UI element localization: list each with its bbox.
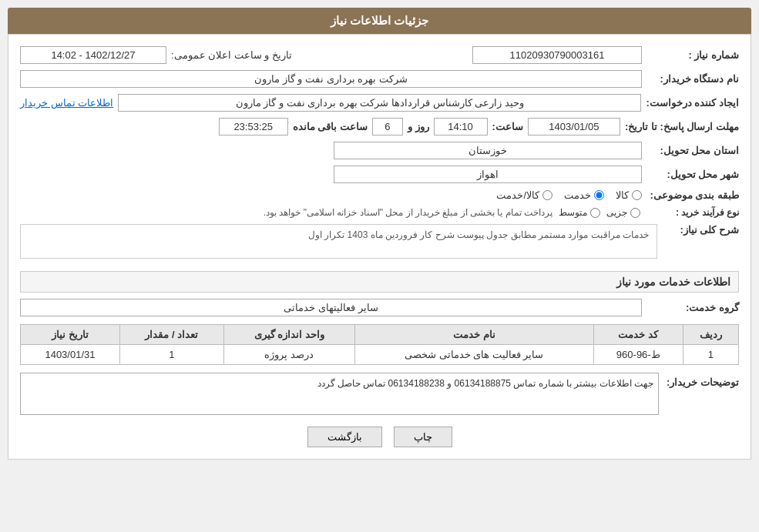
main-content: شماره نیاز : 11020930790003161 تاریخ و س…: [8, 34, 751, 460]
cat-label-kala: کالا: [616, 189, 629, 201]
cat-label-kala-khedmat: کالا/خدمت: [496, 189, 539, 201]
creator-label: ایجاد کننده درخواست:: [646, 97, 739, 109]
table-cell: 1: [683, 345, 738, 365]
back-button[interactable]: بازگشت: [307, 427, 382, 447]
city-label: شهر محل تحویل:: [646, 169, 739, 180]
province-label: استان محل تحویل:: [646, 145, 739, 156]
process-type-row: نوع فرآیند خرید : جزیی متوسط پرداخت تمام…: [20, 207, 739, 218]
radio-kala[interactable]: [632, 190, 642, 200]
deadline-row: مهلت ارسال پاسخ: تا تاریخ: 1403/01/05 سا…: [20, 118, 739, 136]
service-group-value: سایر فعالیتهای خدماتی: [20, 299, 642, 316]
need-desc-row: شرح کلی نیاز: خدمات مراقبت موارد مستمر م…: [20, 224, 739, 263]
table-cell: 1403/01/31: [21, 345, 120, 365]
process-type-label: نوع فرآیند خرید :: [646, 207, 739, 218]
days-label: روز و: [408, 121, 429, 132]
creator-row: ایجاد کننده درخواست: وحید زارعی کارشناس …: [20, 94, 739, 112]
category-options: کالا خدمت کالا/خدمت: [20, 189, 642, 201]
category-label: طبقه بندی موضوعی:: [646, 189, 739, 201]
deadline-time: 14:10: [434, 118, 488, 136]
category-option-khedmat: خدمت: [564, 189, 604, 201]
service-group-row: گروه خدمت: سایر فعالیتهای خدماتی: [20, 299, 739, 316]
process-label-jozi: جزیی: [606, 207, 627, 218]
deadline-date: 1403/01/05: [528, 118, 620, 136]
process-option-motavasset: متوسط: [559, 207, 600, 218]
category-option-kala: کالا: [616, 189, 642, 201]
buyer-name-label: نام دستگاه خریدار:: [646, 73, 739, 85]
deadline-label: مهلت ارسال پاسخ: تا تاریخ:: [625, 121, 739, 132]
remaining-label: ساعت باقی مانده: [293, 121, 368, 132]
radio-khedmat[interactable]: [594, 190, 604, 200]
col-service-code: کد خدمت: [593, 325, 683, 345]
col-service-name: نام خدمت: [354, 325, 593, 345]
need-desc-value: خدمات مراقبت موارد مستمر مطابق جدول پیوس…: [20, 224, 657, 259]
process-notice: پرداخت تمام یا بخشی از مبلغ خریدار از مح…: [264, 207, 552, 218]
province-value: خوزستان: [334, 142, 642, 159]
services-info-title: اطلاعات خدمات مورد نیاز: [20, 271, 739, 293]
cat-label-khedmat: خدمت: [564, 189, 591, 201]
need-number-label: شماره نیاز :: [646, 49, 739, 61]
page-title: جزئیات اطلاعات نیاز: [8, 8, 751, 34]
province-row: استان محل تحویل: خوزستان: [20, 142, 739, 159]
buyer-name-row: نام دستگاه خریدار: شرکت بهره برداری نفت …: [20, 70, 739, 88]
category-option-kala-khedmat: کالا/خدمت: [496, 189, 552, 201]
need-desc-label: شرح کلی نیاز:: [662, 224, 739, 236]
contact-link[interactable]: اطلاعات تماس خریدار: [20, 97, 113, 109]
col-unit: واحد اندازه گیری: [223, 325, 354, 345]
creator-value: وحید زارعی کارشناس قراردادها شرکت بهره ب…: [118, 94, 641, 112]
city-value: اهواز: [334, 166, 642, 183]
print-button[interactable]: چاپ: [394, 427, 452, 447]
table-row: 1ط-96-960سایر فعالیت های خدماتی شخصیدرصد…: [21, 345, 739, 365]
radio-motavasset[interactable]: [590, 208, 600, 218]
announce-date-value: 1402/12/27 - 14:02: [20, 46, 166, 64]
category-row: طبقه بندی موضوعی: کالا خدمت کالا/خدمت: [20, 189, 739, 201]
need-number-row: شماره نیاز : 11020930790003161 تاریخ و س…: [20, 46, 739, 64]
table-cell: درصد پروژه: [223, 345, 354, 365]
process-option-jozi: جزیی: [606, 207, 640, 218]
buyer-name-value: شرکت بهره برداری نفت و گاز مارون: [20, 70, 642, 88]
radio-kala-khedmat[interactable]: [542, 190, 552, 200]
buyer-notes-textarea[interactable]: [20, 373, 659, 415]
remaining-value: 23:53:25: [219, 118, 288, 136]
need-number-value: 11020930790003161: [472, 46, 642, 64]
process-label-motavasset: متوسط: [559, 207, 587, 218]
button-row: چاپ بازگشت: [20, 427, 739, 447]
page-container: جزئیات اطلاعات نیاز شماره نیاز : 1102093…: [0, 0, 759, 532]
days-value: 6: [372, 118, 403, 136]
services-table: ردیف کد خدمت نام خدمت واحد اندازه گیری ت…: [20, 324, 739, 365]
radio-jozi[interactable]: [630, 208, 640, 218]
city-row: شهر محل تحویل: اهواز: [20, 166, 739, 183]
col-need-date: تاریخ نیاز: [21, 325, 120, 345]
table-cell: 1: [119, 345, 223, 365]
buyer-notes-section: توضیحات خریدار:: [20, 373, 739, 415]
services-table-section: ردیف کد خدمت نام خدمت واحد اندازه گیری ت…: [20, 324, 739, 365]
col-row-num: ردیف: [683, 325, 738, 345]
announce-date-label: تاریخ و ساعت اعلان عمومی:: [171, 49, 292, 61]
service-group-label: گروه خدمت:: [646, 302, 739, 313]
table-cell: سایر فعالیت های خدماتی شخصی: [354, 345, 593, 365]
col-quantity: تعداد / مقدار: [119, 325, 223, 345]
buyer-notes-label: توضیحات خریدار:: [667, 373, 739, 388]
table-cell: ط-96-960: [593, 345, 683, 365]
time-label: ساعت:: [492, 121, 523, 132]
